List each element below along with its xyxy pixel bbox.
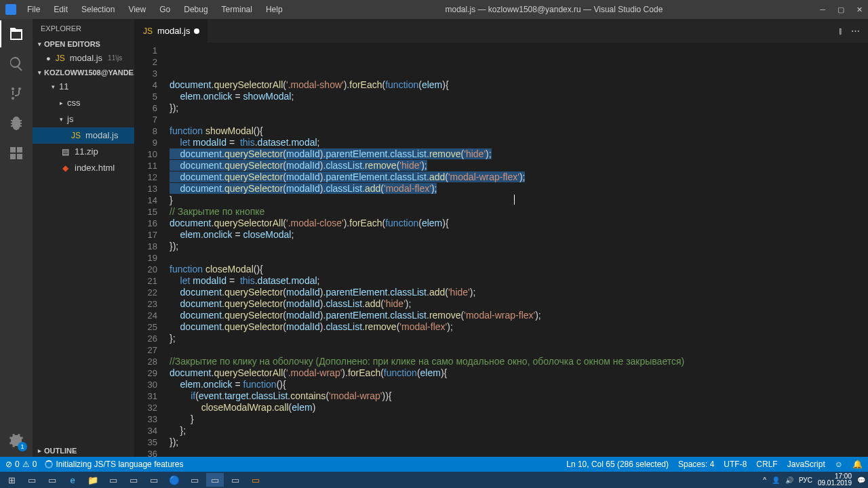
- split-editor-icon[interactable]: ⫿: [838, 26, 843, 36]
- dirty-indicator-icon[interactable]: ●: [46, 52, 51, 65]
- taskbar-app-7[interactable]: ▭: [247, 473, 264, 487]
- code-content[interactable]: document.querySelectorAll('.modal-show')…: [170, 43, 860, 457]
- explorer-icon[interactable]: [8, 26, 24, 42]
- window-title: modal.js — kozloww1508@yandex.ru — Visua…: [288, 5, 821, 14]
- minimap[interactable]: [860, 43, 868, 457]
- status-bar: ⊘0⚠0 Initializing JS/TS language feature…: [0, 457, 868, 472]
- taskbar-edge[interactable]: e: [64, 473, 81, 487]
- taskbar-chrome[interactable]: 🔵: [165, 473, 183, 487]
- html-file-icon: ◆: [60, 161, 71, 175]
- menu-selection[interactable]: Selection: [76, 2, 120, 17]
- folder-11[interactable]: ▾11: [33, 79, 134, 95]
- workspace-folder[interactable]: ▾KOZLOWW1508@YANDE...: [33, 66, 134, 79]
- folder-js[interactable]: ▾js: [33, 111, 134, 127]
- tray-network-icon[interactable]: 🔊: [785, 476, 793, 484]
- status-feedback-icon[interactable]: ☺: [835, 460, 843, 469]
- window-controls: ─ ▢ ✕: [820, 5, 863, 14]
- minimize-button[interactable]: ─: [820, 5, 825, 14]
- title-bar: File Edit Selection View Go Debug Termin…: [0, 0, 868, 19]
- file-modal-js[interactable]: JSmodal.js: [33, 127, 134, 144]
- taskbar-app-1[interactable]: ▭: [43, 473, 61, 487]
- more-actions-icon[interactable]: ⋯: [851, 26, 860, 36]
- folder-css[interactable]: ▸css: [33, 95, 134, 111]
- outline-section[interactable]: ▸Outline: [33, 445, 134, 457]
- start-button[interactable]: ⊞: [3, 473, 20, 487]
- file-11-zip[interactable]: ▤11.zip: [33, 144, 134, 160]
- tab-dirty-icon[interactable]: [194, 28, 199, 34]
- menu-file[interactable]: File: [22, 2, 45, 17]
- menu-view[interactable]: View: [123, 2, 151, 17]
- status-eol[interactable]: CRLF: [756, 460, 777, 469]
- tray-chevron-icon[interactable]: ^: [763, 476, 766, 484]
- taskview-icon[interactable]: ▭: [23, 473, 41, 487]
- source-control-icon[interactable]: [8, 85, 24, 102]
- settings-gear-icon[interactable]: 1: [8, 434, 24, 450]
- activity-bar: 1: [0, 19, 33, 457]
- taskbar-app-4[interactable]: ▭: [145, 473, 163, 487]
- status-cursor-position[interactable]: Ln 10, Col 65 (286 selected): [566, 460, 669, 469]
- status-loading[interactable]: Initializing JS/TS language features: [45, 460, 183, 469]
- status-notifications-icon[interactable]: 🔔: [852, 460, 863, 469]
- editor-area: JS modal.js ⫿ ⋯ 123456789101112131415161…: [134, 19, 868, 457]
- file-index-html[interactable]: ◆index.html: [33, 160, 134, 176]
- menu-help[interactable]: Help: [260, 2, 288, 17]
- tray-notifications-icon[interactable]: 💬: [857, 476, 865, 484]
- line-numbers: 1234567891011121314151617181920212223242…: [134, 43, 170, 457]
- taskbar-app-6[interactable]: ▭: [226, 473, 244, 487]
- debug-icon[interactable]: [8, 115, 24, 131]
- sidebar-title: Explorer: [33, 19, 134, 38]
- tab-modal-js[interactable]: JS modal.js: [134, 19, 208, 43]
- status-indentation[interactable]: Spaces: 4: [678, 460, 714, 469]
- menu-terminal[interactable]: Terminal: [216, 2, 258, 17]
- menu-edit[interactable]: Edit: [48, 2, 73, 17]
- open-editor-item[interactable]: ● JS modal.js 11\js: [33, 50, 134, 66]
- menu-go[interactable]: Go: [154, 2, 176, 17]
- tray-people-icon[interactable]: 👤: [772, 476, 780, 484]
- js-file-icon: JS: [142, 26, 153, 36]
- status-language[interactable]: JavaScript: [787, 460, 825, 469]
- maximize-button[interactable]: ▢: [837, 5, 844, 14]
- menu-debug[interactable]: Debug: [178, 2, 213, 17]
- vscode-icon: [5, 4, 16, 15]
- taskbar-vscode[interactable]: ▭: [206, 473, 224, 487]
- settings-badge: 1: [18, 442, 27, 451]
- main-menu: File Edit Selection View Go Debug Termin…: [22, 2, 288, 17]
- taskbar-clock[interactable]: 17:0009.01.2019: [818, 473, 852, 487]
- taskbar-app-5[interactable]: ▭: [186, 473, 203, 487]
- status-errors[interactable]: ⊘0⚠0: [5, 460, 37, 469]
- windows-taskbar: ⊞ ▭ ▭ e 📁 ▭ ▭ ▭ 🔵 ▭ ▭ ▭ ▭ ^ 👤 🔊 РУС 17:0…: [0, 472, 868, 488]
- js-file-icon: JS: [71, 129, 81, 142]
- extensions-icon[interactable]: [8, 145, 24, 161]
- status-encoding[interactable]: UTF-8: [724, 460, 747, 469]
- tray-lang[interactable]: РУС: [799, 476, 812, 484]
- js-file-icon: JS: [55, 52, 66, 65]
- zip-file-icon: ▤: [60, 145, 71, 159]
- close-button[interactable]: ✕: [856, 5, 863, 14]
- taskbar-app-3[interactable]: ▭: [125, 473, 142, 487]
- search-icon[interactable]: [8, 56, 24, 72]
- open-editors-section[interactable]: ▾Open Editors: [33, 38, 134, 50]
- explorer-sidebar: Explorer ▾Open Editors ● JS modal.js 11\…: [33, 19, 134, 457]
- taskbar-app-2[interactable]: ▭: [104, 473, 122, 487]
- tab-bar: JS modal.js ⫿ ⋯: [134, 19, 868, 43]
- taskbar-explorer[interactable]: 📁: [84, 473, 102, 487]
- code-editor[interactable]: 1234567891011121314151617181920212223242…: [134, 43, 868, 457]
